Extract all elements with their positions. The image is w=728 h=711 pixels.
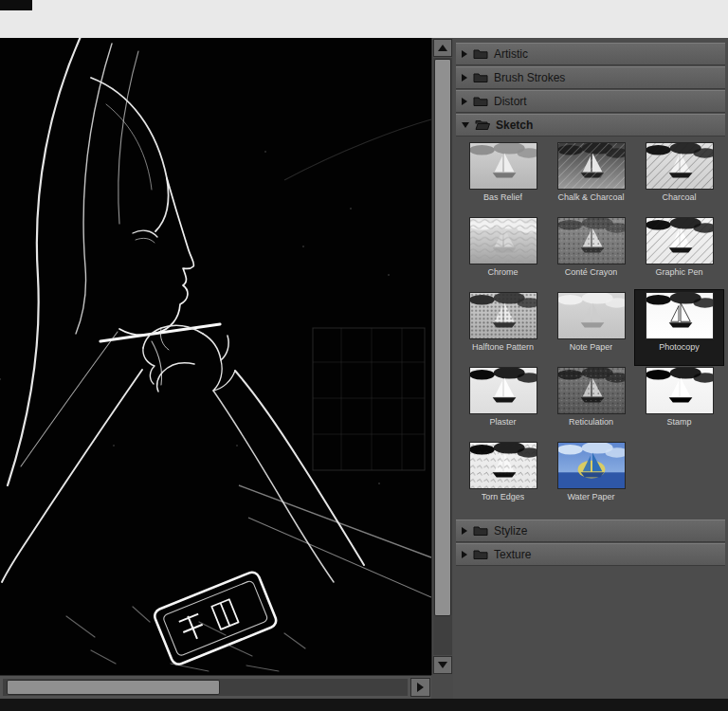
horizontal-scrollbar-thumb[interactable] — [7, 680, 220, 695]
filter-thumbnail-image — [646, 142, 714, 190]
filter-thumbnail-label: Torn Edges — [482, 492, 525, 501]
filter-thumbnail-label: Chalk & Charcoal — [557, 192, 624, 202]
filter-thumbnail-label: Bas Relief — [483, 192, 522, 202]
filter-thumbnail-image — [469, 292, 537, 339]
category-label: Distort — [494, 95, 527, 108]
filter-preview-canvas[interactable] — [0, 38, 431, 675]
filter-thumbnail-label: Halftone Pattern — [472, 342, 534, 352]
chevron-right-icon — [462, 527, 467, 535]
chevron-right-icon — [462, 98, 467, 105]
folder-icon — [473, 96, 488, 107]
filter-thumbnail-image — [646, 292, 714, 339]
filter-thumb-stamp[interactable]: Stamp — [635, 365, 723, 440]
filter-thumbnail-image — [557, 142, 626, 190]
chevron-right-icon — [462, 74, 467, 82]
filter-thumb-note-paper[interactable]: Note Paper — [547, 290, 635, 365]
vertical-scrollbar[interactable] — [431, 38, 453, 675]
filter-thumbnail-label: Plaster — [489, 417, 516, 427]
filter-thumbnail-label: Stamp — [666, 417, 691, 427]
filter-thumb-bas-relief[interactable]: Bas Relief — [459, 140, 547, 215]
filter-thumb-chrome[interactable]: Chrome — [459, 215, 547, 290]
category-label: Texture — [494, 548, 531, 561]
filter-thumb-water-paper[interactable]: Water Paper — [547, 440, 635, 515]
scroll-up-arrow-icon — [438, 45, 447, 51]
horizontal-scrollbar-track[interactable] — [3, 679, 408, 696]
folder-icon — [473, 72, 488, 83]
horizontal-scrollbar[interactable] — [0, 675, 431, 699]
scroll-right-button[interactable] — [410, 678, 430, 697]
chevron-right-icon — [462, 551, 467, 558]
filter-thumb-torn-edges[interactable]: Torn Edges — [459, 440, 547, 515]
scroll-down-arrow-icon — [438, 662, 447, 668]
filter-thumbnail-image — [469, 142, 537, 190]
category-header-texture[interactable]: Texture — [456, 543, 725, 566]
folder-icon — [473, 48, 488, 60]
filter-thumb-halftone-pattern[interactable]: Halftone Pattern — [459, 290, 547, 365]
window-corner-fragment — [0, 0, 32, 10]
vertical-scrollbar-thumb[interactable] — [434, 59, 451, 616]
chevron-right-icon — [462, 50, 467, 58]
filter-thumbnail-image — [646, 217, 714, 264]
filter-thumb-cont-crayon[interactable]: Conté Crayon — [547, 215, 635, 290]
filter-gallery-window: ArtisticBrush StrokesDistortSketchBas Re… — [0, 0, 728, 711]
filter-thumbnail-label: Reticulation — [569, 417, 613, 427]
category-label: Sketch — [496, 118, 533, 132]
filter-thumbnail-image — [469, 367, 537, 414]
folder-icon — [473, 549, 488, 560]
category-header-artistic[interactable]: Artistic — [456, 43, 725, 65]
scroll-right-arrow-icon — [417, 683, 424, 692]
category-header-brush-strokes[interactable]: Brush Strokes — [456, 66, 725, 89]
filter-thumbnail-image — [557, 292, 626, 339]
filter-thumbnail-label: Chrome — [487, 267, 518, 277]
scrollbar-corner — [431, 675, 453, 699]
chevron-down-icon — [462, 122, 469, 128]
category-header-sketch[interactable]: Sketch — [456, 114, 725, 137]
filter-thumb-chalk-charcoal[interactable]: Chalk & Charcoal — [547, 140, 635, 215]
window-top-strip — [0, 0, 728, 39]
folder-icon — [473, 525, 488, 537]
filter-thumbnail-label: Charcoal — [662, 192, 696, 202]
folder-icon — [475, 119, 490, 131]
category-header-stylize[interactable]: Stylize — [456, 520, 725, 542]
scroll-up-button[interactable] — [433, 39, 452, 57]
vertical-scrollbar-track[interactable] — [433, 58, 452, 655]
filter-thumbnail-image — [469, 217, 537, 264]
preview-image — [0, 38, 431, 675]
filter-thumbnail-image — [557, 217, 626, 264]
filter-thumb-charcoal[interactable]: Charcoal — [635, 140, 723, 215]
filter-category-panel: ArtisticBrush StrokesDistortSketchBas Re… — [453, 38, 728, 699]
filter-thumb-plaster[interactable]: Plaster — [459, 365, 547, 440]
scroll-down-button[interactable] — [433, 656, 452, 674]
category-label: Stylize — [494, 524, 527, 538]
sketch-filter-grid: Bas ReliefChalk & CharcoalCharcoalChrome… — [453, 137, 728, 520]
filter-thumbnail-image — [557, 442, 626, 489]
filter-thumbnail-image — [469, 442, 537, 489]
filter-thumbnail-label: Graphic Pen — [655, 267, 702, 277]
filter-thumb-reticulation[interactable]: Reticulation — [547, 365, 635, 440]
filter-thumbnail-image — [646, 367, 714, 414]
filter-thumb-photocopy[interactable]: Photocopy — [635, 290, 723, 365]
category-label: Artistic — [494, 47, 528, 61]
filter-thumbnail-image — [557, 367, 626, 414]
filter-thumbnail-label: Water Paper — [567, 492, 614, 501]
category-header-distort[interactable]: Distort — [456, 90, 725, 113]
filter-thumb-graphic-pen[interactable]: Graphic Pen — [635, 215, 723, 290]
category-label: Brush Strokes — [494, 71, 565, 84]
filter-thumbnail-label: Note Paper — [570, 342, 613, 352]
filter-thumbnail-label: Conté Crayon — [565, 267, 618, 277]
filter-thumbnail-label: Photocopy — [659, 342, 700, 352]
window-bottom-bar — [0, 699, 728, 711]
